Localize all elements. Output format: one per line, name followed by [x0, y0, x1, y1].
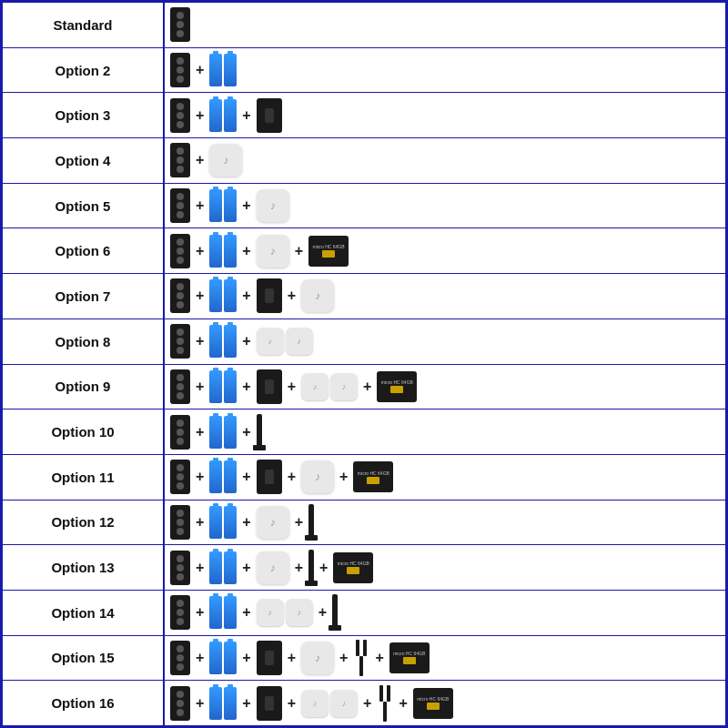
row-label: Option 10	[3, 410, 165, 454]
batteries-icon	[209, 189, 237, 222]
plus-sign: +	[242, 650, 250, 666]
batteries-icon	[209, 235, 237, 268]
hub-pair-icon: ♪♪	[301, 373, 358, 400]
plus-sign: +	[196, 650, 204, 666]
plus-sign: +	[295, 243, 303, 259]
plus-sign: +	[242, 514, 250, 531]
table-row: Option 2+	[3, 48, 725, 94]
plus-sign: +	[288, 695, 296, 712]
camera-icon	[170, 415, 190, 450]
row-content: +++	[165, 502, 725, 542]
antenna-icon	[308, 504, 314, 541]
row-label: Option 2	[3, 48, 165, 93]
table-row: Option 8++♪♪	[3, 319, 725, 365]
plus-sign: +	[196, 560, 204, 576]
plus-sign: +	[363, 379, 371, 395]
row-label: Option 5	[3, 184, 165, 228]
plus-sign: +	[288, 379, 296, 395]
hub-pair-icon: ♪♪	[257, 328, 313, 355]
hub-icon	[257, 189, 289, 222]
plus-sign: +	[196, 288, 204, 304]
options-table: StandardOption 2+Option 3++Option 4+Opti…	[0, 0, 728, 728]
hub-icon	[301, 642, 334, 674]
row-label: Option 13	[3, 545, 165, 590]
batteries-icon	[209, 99, 237, 132]
plus-sign: +	[242, 107, 250, 124]
plus-sign: +	[196, 107, 204, 124]
hub-icon	[257, 551, 289, 584]
table-row: Option 15+++++micro HC 64GB	[3, 636, 725, 682]
row-label: Option 14	[3, 591, 165, 635]
table-row: Option 5++	[3, 184, 725, 229]
batteries-icon	[209, 54, 237, 86]
hub-pair-icon: ♪♪	[301, 690, 358, 717]
plus-sign: +	[295, 514, 303, 531]
plus-sign: +	[339, 469, 348, 485]
batteries-icon	[209, 325, 237, 358]
batteries-icon	[209, 370, 237, 403]
row-content: ++++micro HC 64GB	[165, 548, 725, 588]
row-content: +++micro HC 64GB	[165, 232, 725, 270]
hub-pair-icon: ♪♪	[257, 599, 313, 626]
camera-icon	[170, 551, 190, 585]
plus-sign: +	[196, 695, 204, 712]
table-row: Option 6+++micro HC 64GB	[3, 228, 725, 274]
batteries-icon	[209, 596, 237, 629]
plus-sign: +	[363, 695, 371, 712]
row-label: Option 15	[3, 636, 165, 681]
camera-icon	[170, 641, 190, 675]
row-label: Option 6	[3, 228, 165, 273]
hub-icon	[257, 235, 289, 268]
mount-icon	[353, 640, 369, 676]
plus-sign: +	[242, 197, 250, 214]
row-content: +++♪♪++micro HC 64GB	[165, 683, 725, 723]
row-content: +++	[165, 277, 725, 315]
plus-sign: +	[196, 152, 204, 168]
row-content: ++++micro HC 64GB	[165, 458, 725, 496]
batteries-icon	[209, 460, 237, 493]
plus-sign: +	[339, 650, 348, 666]
batteries-icon	[209, 416, 237, 449]
table-row: Option 11++++micro HC 64GB	[3, 455, 725, 500]
plus-sign: +	[242, 379, 250, 395]
row-label: Option 16	[3, 681, 165, 725]
camera-icon	[170, 278, 190, 313]
plus-sign: +	[242, 424, 250, 440]
camera-icon	[170, 98, 190, 133]
plus-sign: +	[196, 514, 204, 531]
plus-sign: +	[319, 560, 328, 576]
camera-icon	[170, 505, 190, 540]
hub-icon	[257, 506, 289, 539]
batteries-icon	[209, 687, 237, 720]
plus-sign: +	[288, 288, 296, 304]
plus-sign: +	[375, 650, 383, 666]
sdcard-icon: micro HC 64GB	[353, 461, 393, 492]
plus-sign: +	[288, 650, 296, 666]
plus-sign: +	[242, 243, 250, 259]
antenna-icon	[308, 550, 314, 586]
plus-sign: +	[399, 695, 407, 712]
sdcard-icon: micro HC 64GB	[413, 688, 453, 719]
sdcard-icon: micro HC 64GB	[333, 552, 373, 583]
camera-icon	[170, 369, 190, 404]
plus-sign: +	[295, 560, 303, 576]
plus-sign: +	[196, 604, 204, 621]
table-row: Standard	[3, 3, 725, 48]
row-content: ++	[165, 187, 725, 225]
table-row: Option 12+++	[3, 500, 725, 546]
plus-sign: +	[196, 469, 204, 485]
table-row: Option 3++	[3, 93, 725, 138]
charger-icon	[257, 460, 282, 494]
plus-sign: +	[242, 469, 250, 485]
camera-icon	[170, 595, 190, 630]
row-label: Option 7	[3, 274, 165, 318]
row-label: Standard	[3, 3, 165, 47]
batteries-icon	[209, 642, 237, 674]
charger-icon	[257, 98, 282, 133]
row-label: Option 12	[3, 500, 165, 545]
plus-sign: +	[242, 288, 250, 304]
plus-sign: +	[196, 62, 204, 78]
camera-icon	[170, 53, 190, 87]
camera-icon	[170, 143, 190, 177]
table-row: Option 10++	[3, 410, 725, 455]
